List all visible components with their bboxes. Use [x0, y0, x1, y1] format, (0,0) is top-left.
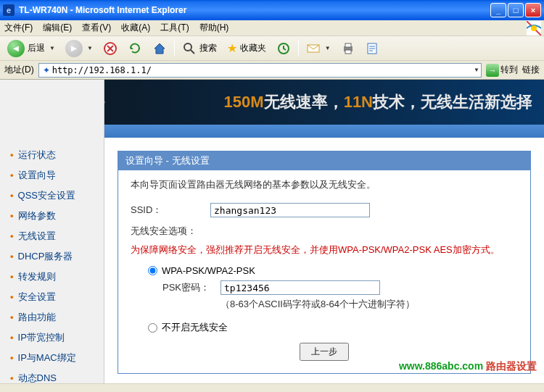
- sidebar-item-2[interactable]: QSS安全设置: [10, 185, 104, 206]
- history-button[interactable]: [273, 40, 294, 57]
- radio-none[interactable]: [148, 323, 157, 333]
- psk-row: PSK密码：: [162, 280, 518, 295]
- security-warning: 为保障网络安全，强烈推荐开启无线安全，并使用WPA-PSK/WPA2-PSK A…: [131, 243, 518, 257]
- psk-input[interactable]: [221, 280, 380, 295]
- menu-tools[interactable]: 工具(T): [160, 22, 189, 34]
- banner-slogan: 150M无线速率，11N技术，无线生活新选择: [224, 91, 532, 113]
- sidebar-item-3[interactable]: 网络参数: [10, 206, 104, 226]
- sidebar-item-12[interactable]: 系统工具: [10, 388, 104, 392]
- print-icon: [341, 41, 355, 56]
- prev-button[interactable]: 上一步: [300, 343, 349, 361]
- panel-body: 本向导页面设置路由器无线网络的基本参数以及无线安全。 SSID： 无线安全选项：…: [119, 171, 529, 372]
- radio-none-row[interactable]: 不开启无线安全: [131, 321, 518, 334]
- radio-wpa-label: WPA-PSK/WPA2-PSK: [162, 265, 255, 276]
- search-icon: [182, 41, 197, 56]
- home-icon: [152, 41, 167, 56]
- links-label[interactable]: 链接: [522, 64, 540, 76]
- panel-description: 本向导页面设置路由器无线网络的基本参数以及无线安全。: [131, 178, 518, 191]
- mail-icon: [306, 41, 321, 56]
- psk-hint: （8-63个ASCII码字符或8-64个十六进制字符）: [221, 298, 518, 311]
- sidebar-item-11[interactable]: 动态DNS: [10, 368, 104, 388]
- address-input[interactable]: [52, 65, 472, 75]
- main-panel: 设置向导 - 无线设置 本向导页面设置路由器无线网络的基本参数以及无线安全。 S…: [104, 138, 544, 383]
- svg-rect-7: [345, 43, 351, 47]
- menu-help[interactable]: 帮助(H): [199, 22, 229, 34]
- address-field-wrap[interactable]: ✦ ▼: [38, 63, 482, 78]
- favorites-button[interactable]: ★ 收藏夹: [224, 40, 269, 57]
- edit-icon: [366, 41, 380, 56]
- back-icon: ◄: [7, 40, 25, 57]
- edit-button[interactable]: [363, 40, 383, 57]
- window-title: TL-WR740N - Microsoft Internet Explorer: [19, 5, 490, 15]
- search-label: 搜索: [199, 42, 217, 54]
- sidebar-item-6[interactable]: 转发规则: [10, 267, 104, 287]
- sidebar-item-10[interactable]: IP与MAC绑定: [10, 348, 104, 368]
- menu-edit[interactable]: 编辑(E): [43, 22, 72, 34]
- watermark: www.886abc.com 路由器设置: [399, 360, 537, 373]
- sidebar-item-7[interactable]: 安全设置: [10, 287, 104, 307]
- go-button[interactable]: → 转到: [486, 64, 518, 77]
- stop-button[interactable]: [100, 40, 120, 57]
- history-icon: [276, 41, 291, 56]
- security-label: 无线安全选项：: [131, 225, 518, 238]
- toolbar: ◄ 后退 ▼ ► ▼ 搜索 ★ 收藏夹 ▼: [0, 36, 544, 61]
- mail-button[interactable]: ▼: [303, 40, 334, 57]
- ssid-input[interactable]: [210, 203, 370, 217]
- maximize-button[interactable]: □: [508, 3, 524, 17]
- radio-wpa[interactable]: [148, 266, 157, 275]
- forward-dropdown-icon: ▼: [87, 45, 93, 51]
- minimize-button[interactable]: _: [490, 3, 506, 17]
- page-icon: ✦: [41, 64, 52, 76]
- go-label: 转到: [500, 64, 518, 76]
- watermark-text: 路由器设置: [486, 360, 537, 372]
- sidebar-item-8[interactable]: 路由功能: [10, 307, 104, 328]
- menu-file[interactable]: 文件(F): [4, 22, 33, 34]
- wizard-panel: 设置向导 - 无线设置 本向导页面设置路由器无线网络的基本参数以及无线安全。 S…: [118, 151, 531, 374]
- forward-icon: ►: [65, 40, 83, 57]
- back-dropdown-icon: ▼: [49, 45, 55, 51]
- toolbar-separator: [174, 41, 175, 57]
- ie-logo-icon: [527, 21, 541, 36]
- print-button[interactable]: [338, 40, 358, 57]
- search-button[interactable]: 搜索: [179, 40, 220, 57]
- panel-title: 设置向导 - 无线设置: [118, 151, 530, 170]
- favorites-label: 收藏夹: [240, 42, 266, 54]
- window-titlebar: e TL-WR740N - Microsoft Internet Explore…: [0, 0, 544, 20]
- close-button[interactable]: ×: [525, 3, 541, 17]
- psk-label: PSK密码：: [162, 281, 221, 294]
- menu-view[interactable]: 查看(V): [82, 22, 111, 34]
- svg-point-1: [531, 25, 537, 31]
- menu-favorites[interactable]: 收藏(A): [121, 22, 150, 34]
- home-button[interactable]: [149, 40, 170, 57]
- refresh-button[interactable]: [125, 40, 145, 57]
- sidebar-item-4[interactable]: 无线设置: [10, 226, 104, 246]
- back-label: 后退: [28, 42, 45, 54]
- back-button[interactable]: ◄ 后退 ▼: [4, 38, 58, 59]
- toolbar-separator-2: [298, 41, 299, 57]
- forward-button[interactable]: ► ▼: [62, 38, 96, 59]
- ie-icon: e: [3, 4, 15, 16]
- radio-none-label: 不开启无线安全: [162, 321, 228, 334]
- addressbar: 地址(D) ✦ ▼ → 转到 链接: [0, 61, 544, 80]
- ssid-row: SSID：: [131, 203, 518, 217]
- svg-rect-8: [345, 50, 351, 54]
- refresh-icon: [128, 41, 142, 56]
- address-label: 地址(D): [4, 64, 34, 76]
- sidebar: 运行状态设置向导QSS安全设置网络参数无线设置DHCP服务器转发规则安全设置路由…: [0, 80, 104, 383]
- content-area: TP-LINK® 150M无线速率，11N技术，无线生活新选择 运行状态设置向导…: [0, 80, 544, 383]
- menubar: 文件(F) 编辑(E) 查看(V) 收藏(A) 工具(T) 帮助(H): [0, 20, 544, 36]
- sidebar-item-9[interactable]: IP带宽控制: [10, 328, 104, 348]
- sidebar-item-1[interactable]: 设置向导: [10, 165, 104, 185]
- sidebar-item-0[interactable]: 运行状态: [10, 145, 104, 165]
- stop-icon: [103, 41, 118, 56]
- radio-wpa-row[interactable]: WPA-PSK/WPA2-PSK: [131, 265, 518, 276]
- sidebar-item-5[interactable]: DHCP服务器: [10, 246, 104, 267]
- ssid-label: SSID：: [131, 204, 210, 217]
- address-dropdown-icon[interactable]: ▼: [474, 67, 479, 73]
- go-icon: →: [486, 64, 499, 77]
- star-icon: ★: [227, 41, 237, 55]
- window-controls: _ □ ×: [490, 3, 541, 17]
- button-row: 上一步: [131, 343, 518, 361]
- mail-dropdown-icon: ▼: [325, 45, 331, 51]
- watermark-url: www.886abc.com: [399, 360, 483, 372]
